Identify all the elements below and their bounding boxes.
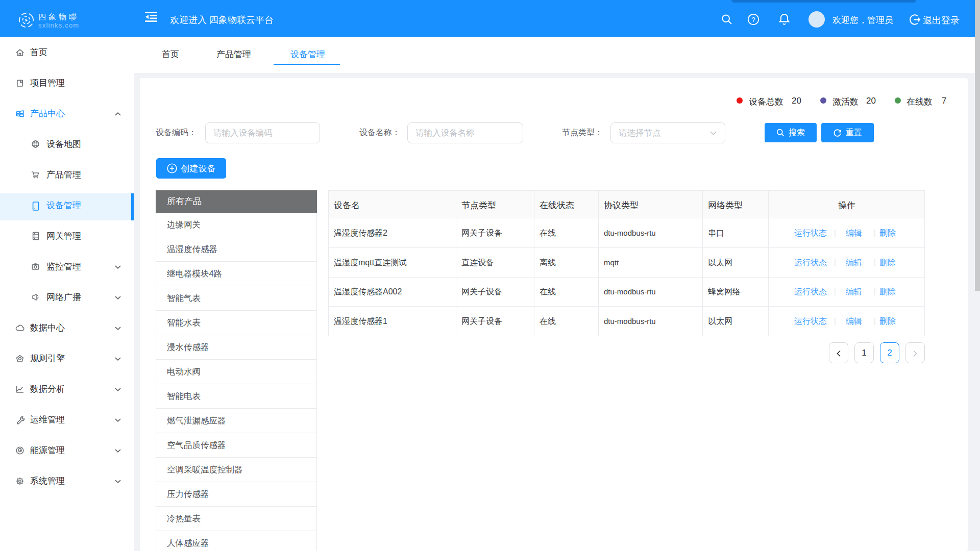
svg-text:?: ? xyxy=(751,16,755,23)
